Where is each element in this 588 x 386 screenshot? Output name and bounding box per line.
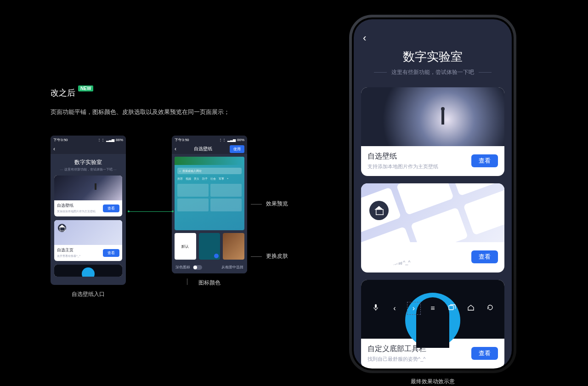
page-title: 数字实验室 [363,49,503,65]
card-hero [361,183,504,242]
card-sub: 支持添加本地图片作为主页壁纸 [57,210,103,214]
mini-title: 数字实验室 [54,159,122,166]
skin-default[interactable]: 默认 [175,233,196,260]
feed-cell[interactable] [210,199,242,211]
card-title: 自选壁纸 [57,203,103,209]
phone-mock: ‹ 数字实验室 这里有些新功能，尝试体验一下吧 自选壁纸 支持添加本地图片作为主… [349,15,516,373]
person-silhouette [441,110,444,125]
mic-icon [371,304,380,313]
search-icon: ⌕ [179,170,181,172]
skin-option[interactable] [223,233,244,260]
wallpaper-preview: ⌕ 搜索或输入网址 推荐 视频 美女 段子 社会 军事 + [175,157,244,230]
card-title: 自选壁纸 [368,152,467,161]
svg-rect-1 [449,306,453,310]
mini-screen-lab: 下午3:50 ⋮⋮ ▂▃▅ 86% ‹ 数字实验室 这里有些新功能，尝试体验一下… [51,136,126,298]
section-subheading: 页面功能平铺，图标颜色、皮肤选取以及效果预览在同一页面展示； [51,107,289,117]
mini1-caption: 自选壁纸入口 [51,290,126,298]
status-bar: 下午3:50 ⋮⋮ ▂▃▅ 86% [51,136,126,144]
section-heading: 改之后 [51,87,75,98]
battery-text: 86% [237,138,244,142]
view-button[interactable]: 查看 [471,154,498,167]
card-title: 自选主页 [57,247,103,253]
connector-line [129,211,173,212]
card-hero [361,87,504,146]
feed-cell[interactable] [177,184,209,197]
back-icon[interactable]: ‹ [53,146,55,152]
mini-card-theme[interactable]: 自选主页 点开查看有惊喜^_^ 查看 [54,220,122,261]
feed-cell[interactable] [177,199,209,211]
view-button[interactable]: 查看 [471,347,498,360]
card-theme[interactable]: 自选主页 点开查看有惊喜^_^ 查看 [361,183,504,272]
skin-selector: 默认 [172,233,247,262]
category-tabs[interactable]: 推荐 视频 美女 段子 社会 军事 + [175,177,244,181]
card-toolbar[interactable]: ‹ › ≡ [361,280,504,369]
status-bar: 下午3:50 ⋮⋮ ▂▃▅ 86% [172,136,247,144]
home-icon [58,224,66,232]
skin-option[interactable] [199,233,220,260]
card-wallpaper[interactable]: 自选壁纸 支持添加本地图片作为主页壁纸 查看 [361,87,504,176]
status-time: 下午3:50 [175,137,189,142]
signal-icon: ▂▃▅ [227,138,236,142]
mini-screen-wallpaper: 下午3:50 ⋮⋮ ▂▃▅ 86% ‹ 自选壁纸 使用 [172,136,247,298]
home-icon [466,304,475,312]
phone-caption: 最终效果动效示意 [349,378,516,386]
card-sub: 支持添加本地图片作为主页壁纸 [368,163,467,170]
status-time: 下午3:50 [53,137,68,142]
mini-card-wallpaper[interactable]: 自选壁纸 支持添加本地图片作为主页壁纸 查看 [54,176,122,216]
chevron-right-icon: › [409,304,418,312]
card-sub: 点开查看有惊喜^_^ [57,254,103,258]
page-subtitle: 这里有些新功能，尝试体验一下吧 [363,68,503,76]
view-button[interactable]: 查看 [103,204,119,212]
new-badge: NEW [78,85,93,91]
card-sub: 找到自己最舒服的姿势^_^ [368,356,467,363]
profile-silhouette [405,293,460,348]
mini-screens-row: 下午3:50 ⋮⋮ ▂▃▅ 86% ‹ 数字实验室 这里有些新功能，尝试体验一下… [51,136,289,298]
annotation-toggle-tick [187,278,187,285]
search-placeholder: 搜索或输入网址 [182,169,202,173]
dark-icon-toggle-label: 深色图标 [175,265,202,270]
feed-cell[interactable] [210,184,242,197]
apply-button[interactable]: 使用 [230,145,244,153]
search-input[interactable]: ⌕ 搜索或输入网址 [177,168,242,174]
card-hero: ‹ › ≡ [361,280,504,339]
refresh-icon [486,304,495,313]
view-button[interactable]: 查看 [471,250,498,263]
tabs-icon [447,304,457,312]
wifi-icon: ⋮⋮ [97,138,105,142]
mini-card-toolbar[interactable] [54,265,122,277]
pick-from-album[interactable]: 从相册中选择 [221,265,243,270]
left-panel: 改之后 NEW 页面功能平铺，图标颜色、皮肤选取以及效果预览在同一页面展示； 下… [51,87,289,298]
download-icon [214,254,219,258]
menu-icon: ≡ [428,304,437,312]
signal-icon: ▂▃▅ [106,138,114,142]
battery-text: 86% [116,138,123,142]
annotation-preview: 效果预览 [251,200,288,208]
back-icon[interactable]: ‹ [363,32,503,44]
dark-icon-toggle[interactable] [193,265,202,270]
view-button[interactable]: 查看 [103,249,119,257]
nav-title: 自选壁纸 [176,146,230,152]
wifi-icon: ⋮⋮ [219,138,226,142]
mini-subtitle: 这里有些新功能，尝试体验一下吧 [54,167,122,172]
mini2-caption: 图标颜色 [172,279,247,287]
chevron-left-icon: ‹ [390,304,399,312]
svg-rect-0 [375,304,377,308]
annotation-skin: 更换皮肤 [251,252,288,260]
phone-screen: ‹ 数字实验室 这里有些新功能，尝试体验一下吧 自选壁纸 支持添加本地图片作为主… [354,19,512,369]
